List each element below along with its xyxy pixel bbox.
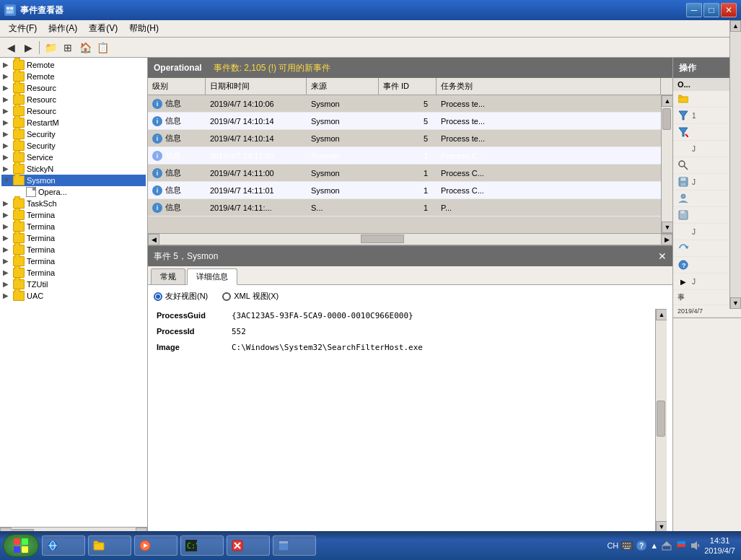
tree-item-remote1[interactable]: ▶ Remote: [1, 59, 146, 71]
detail-vscroll-up-btn[interactable]: ▲: [656, 309, 667, 320]
actions-vscroll-track[interactable]: [730, 58, 741, 297]
clock[interactable]: 14:31 2019/4/7: [704, 535, 735, 556]
table-row[interactable]: i信息 2019/4/7 14:11:00 Sysmon 1 Process C…: [148, 165, 661, 182]
tree-label: RestartM: [27, 118, 59, 127]
tree-item-opera[interactable]: Opera...: [1, 186, 146, 198]
col-header-level[interactable]: 级别: [148, 78, 206, 95]
taskbar-item-app[interactable]: [273, 535, 316, 556]
detail-close-button[interactable]: ✕: [658, 250, 667, 262]
field-key-processid: ProcessId: [157, 325, 229, 339]
vscroll-up-btn[interactable]: ▲: [662, 95, 672, 107]
forward-button[interactable]: ▶: [20, 40, 36, 56]
tree-item-tasksch[interactable]: ▶ TaskSch: [1, 198, 146, 209]
table-row[interactable]: i信息 2019/4/7 14:11:00 Sysmon 1 Process C…: [148, 147, 661, 165]
actions-vscroll-down-btn[interactable]: ▼: [730, 297, 741, 309]
tray-question-icon[interactable]: ?: [636, 540, 647, 551]
tree-item-termina3[interactable]: ▶ Termina: [1, 232, 146, 244]
tree-item-termina4[interactable]: ▶ Termina: [1, 244, 146, 255]
tree-arrow: ▶: [3, 153, 12, 162]
tray-lang[interactable]: CH: [607, 541, 618, 550]
restore-button[interactable]: □: [703, 3, 719, 17]
actions-vscrollbar[interactable]: ▲ ▼: [729, 58, 741, 309]
tree-item-termina2[interactable]: ▶ Termina: [1, 221, 146, 232]
hscroll-thumb[interactable]: [361, 235, 404, 243]
tree-item-uac[interactable]: ▶ UAC: [1, 290, 146, 302]
detail-body: ProcessGuid{3AC123A5-93FA-5CA9-0000-0010…: [154, 309, 667, 533]
taskbar-item-ie[interactable]: [42, 535, 85, 556]
hscroll-track[interactable]: [159, 234, 661, 245]
col-header-datetime[interactable]: 日期和时间: [206, 78, 307, 95]
table-vscrollbar[interactable]: ▲ ▼: [661, 95, 672, 233]
tree-item-resourc3[interactable]: ▶ Resourc: [1, 105, 146, 117]
radio-xml[interactable]: XML 视图(X): [222, 291, 279, 302]
detail-vscrollbar[interactable]: ▲ ▼: [655, 309, 667, 533]
col-header-source[interactable]: 来源: [307, 78, 379, 95]
vscroll-down-btn[interactable]: ▼: [662, 222, 672, 233]
table-row[interactable]: i信息 2019/4/7 14:10:06 Sysmon 5 Process t…: [148, 95, 661, 113]
menu-file[interactable]: 文件(F): [3, 20, 43, 37]
col-header-task[interactable]: 任务类别: [437, 78, 661, 95]
close-button[interactable]: ✕: [721, 3, 737, 17]
tray-volume-icon[interactable]: [690, 540, 701, 551]
tree-item-termina6[interactable]: ▶ Termina: [1, 267, 146, 279]
radio-friendly[interactable]: 友好视图(N): [154, 291, 208, 302]
tab-general[interactable]: 常规: [151, 268, 185, 284]
cell-source: Sysmon: [307, 186, 379, 195]
tree-item-restartm[interactable]: ▶ RestartM: [1, 117, 146, 128]
taskbar-item-media[interactable]: [134, 535, 177, 556]
col-header-eventid[interactable]: 事件 ID: [379, 78, 437, 95]
show-hide-button[interactable]: ⊞: [60, 40, 76, 56]
tree-item-stickyn[interactable]: ▶ StickyN: [1, 163, 146, 175]
detail-vscroll-thumb[interactable]: [657, 401, 665, 437]
table-row[interactable]: i信息 2019/4/7 14:10:14 Sysmon 5 Process t…: [148, 113, 661, 130]
hscroll-right-btn[interactable]: ▶: [661, 234, 672, 245]
cell-level: i信息: [148, 185, 206, 196]
tree-item-tzutil[interactable]: ▶ TZUtil: [1, 279, 146, 290]
info-icon: i: [152, 203, 162, 213]
up-button[interactable]: 📁: [43, 40, 58, 56]
tree-item-sysmon[interactable]: ▼ Sysmon: [1, 175, 146, 186]
cell-eventid: 1: [379, 204, 437, 212]
tree-label: Opera...: [38, 188, 67, 196]
tree-item-termina5[interactable]: ▶ Termina: [1, 255, 146, 267]
folder-icon: [13, 256, 25, 266]
cell-eventid: 1: [379, 169, 437, 178]
menu-help[interactable]: 帮助(H): [123, 20, 165, 37]
blank-icon: [678, 143, 689, 154]
table-row[interactable]: i信息 2019/4/7 14:11:01 Sysmon 1 Process C…: [148, 182, 661, 199]
taskbar-item-explorer[interactable]: [88, 535, 131, 556]
tree-item-resourc1[interactable]: ▶ Resourc: [1, 82, 146, 94]
taskbar-item-cmd[interactable]: C:\: [180, 535, 224, 556]
vscroll-thumb[interactable]: [662, 108, 671, 130]
cell-level: i信息: [148, 98, 206, 109]
tree-item-remote2[interactable]: ▶ Remote: [1, 71, 146, 82]
minimize-button[interactable]: ─: [686, 3, 702, 17]
taskbar-item-remove[interactable]: [227, 535, 270, 556]
tab-detail[interactable]: 详细信息: [187, 268, 237, 285]
tree-label: StickyN: [27, 165, 53, 173]
svg-rect-41: [627, 543, 628, 544]
svg-rect-43: [623, 546, 624, 547]
start-button[interactable]: [3, 534, 39, 557]
button4[interactable]: 📋: [95, 40, 110, 56]
vscroll-track[interactable]: [662, 107, 672, 222]
button3[interactable]: 🏠: [77, 40, 93, 56]
tray-arrow-up[interactable]: ▲: [650, 541, 658, 550]
tree-arrow: [19, 188, 25, 196]
tree-item-security1[interactable]: ▶ Security: [1, 128, 146, 140]
menu-view[interactable]: 查看(V): [83, 20, 123, 37]
tree-label: Resourc: [27, 95, 56, 104]
table-row[interactable]: i信息 2019/4/7 14:11:... S... 1 P...: [148, 199, 661, 216]
tree-item-service[interactable]: ▶ Service: [1, 152, 146, 163]
operational-tab[interactable]: Operational: [154, 63, 202, 73]
cell-datetime: 2019/4/7 14:10:06: [206, 100, 307, 108]
tree-item-security2[interactable]: ▶ Security: [1, 140, 146, 152]
table-hscrollbar[interactable]: ◀ ▶: [148, 233, 672, 245]
hscroll-left-btn[interactable]: ◀: [148, 234, 159, 245]
detail-vscroll-track[interactable]: [656, 320, 667, 521]
tree-item-resourc2[interactable]: ▶ Resourc: [1, 94, 146, 105]
back-button[interactable]: ◀: [3, 40, 19, 56]
table-row[interactable]: i信息 2019/4/7 14:10:14 Sysmon 5 Process t…: [148, 130, 661, 147]
menu-action[interactable]: 操作(A): [43, 20, 83, 37]
tree-item-termina1[interactable]: ▶ Termina: [1, 209, 146, 221]
